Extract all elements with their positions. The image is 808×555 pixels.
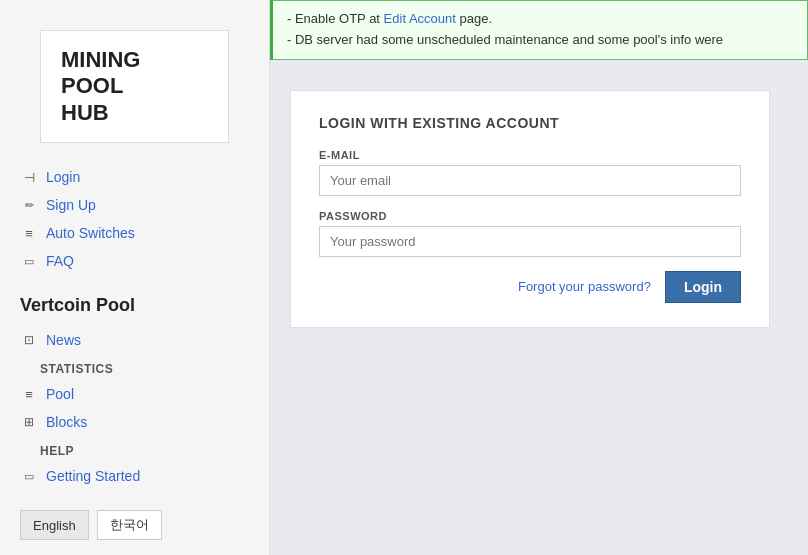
help-section-label: HELP (20, 436, 249, 462)
language-section: English 한국어 (0, 490, 269, 555)
password-input[interactable] (319, 226, 741, 257)
nav-getting-started[interactable]: Getting Started (20, 462, 249, 490)
email-field-group: E-MAIL (319, 149, 741, 196)
pool-title: Vertcoin Pool (0, 275, 269, 326)
logo-box: MINING POOL HUB (40, 30, 229, 143)
password-label: PASSWORD (319, 210, 741, 222)
pool-icon (20, 385, 38, 403)
password-field-group: PASSWORD (319, 210, 741, 257)
login-button[interactable]: Login (665, 271, 741, 303)
sidebar: MINING POOL HUB Login Sign Up Auto Switc… (0, 0, 270, 555)
nav-pool[interactable]: Pool (20, 380, 249, 408)
login-footer: Forgot your password? Login (319, 271, 741, 303)
nav-signup[interactable]: Sign Up (20, 191, 249, 219)
login-card: LOGIN WITH EXISTING ACCOUNT E-MAIL PASSW… (290, 90, 770, 328)
lang-korean[interactable]: 한국어 (97, 510, 162, 540)
autoswitch-icon (20, 224, 38, 242)
nav-blocks[interactable]: Blocks (20, 408, 249, 436)
forgot-password-link[interactable]: Forgot your password? (518, 279, 651, 294)
logo-text: MINING POOL HUB (61, 47, 208, 126)
main-content: - Enable OTP at Edit Account page. - DB … (270, 0, 808, 555)
email-input[interactable] (319, 165, 741, 196)
login-title: LOGIN WITH EXISTING ACCOUNT (319, 115, 741, 131)
nav-faq[interactable]: FAQ (20, 247, 249, 275)
lang-english[interactable]: English (20, 510, 89, 540)
news-icon (20, 331, 38, 349)
login-icon (20, 168, 38, 186)
nav-login[interactable]: Login (20, 163, 249, 191)
stats-section-label: STATISTICS (20, 354, 249, 380)
nav-auto-switches[interactable]: Auto Switches (20, 219, 249, 247)
content-area: LOGIN WITH EXISTING ACCOUNT E-MAIL PASSW… (270, 60, 808, 555)
signup-icon (20, 196, 38, 214)
edit-account-link[interactable]: Edit Account (384, 11, 456, 26)
faq-icon (20, 252, 38, 270)
email-label: E-MAIL (319, 149, 741, 161)
announcement-bar: - Enable OTP at Edit Account page. - DB … (270, 0, 808, 60)
nav-news[interactable]: News (20, 326, 249, 354)
getting-started-icon (20, 467, 38, 485)
blocks-icon (20, 413, 38, 431)
